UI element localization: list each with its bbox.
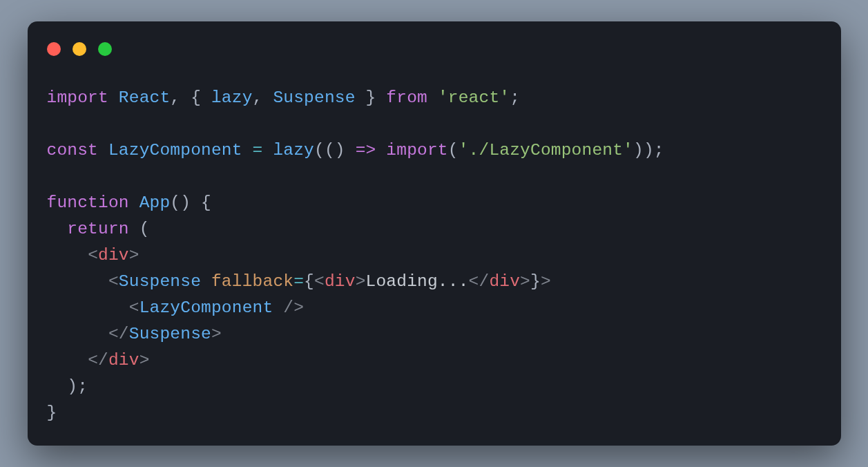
minimize-icon[interactable] bbox=[73, 42, 86, 56]
kw-function: function bbox=[47, 193, 129, 212]
close-icon[interactable] bbox=[47, 42, 61, 56]
tag-div-open: div bbox=[98, 246, 129, 265]
txt-loading: Loading... bbox=[366, 272, 469, 291]
id-react: React bbox=[119, 88, 171, 107]
line-8: <Suspense fallback={<div>Loading...</div… bbox=[47, 272, 551, 291]
line-7: <div> bbox=[47, 246, 139, 265]
line-11: </div> bbox=[47, 351, 150, 370]
id-lazycomponent: LazyComponent bbox=[108, 141, 242, 160]
tag-suspense: Suspense bbox=[119, 272, 201, 291]
code-window: import React, { lazy, Suspense } from 'r… bbox=[28, 21, 841, 446]
line-6: return ( bbox=[47, 220, 150, 238]
fn-app: App bbox=[139, 193, 171, 212]
window-titlebar bbox=[28, 21, 841, 60]
line-9: <LazyComponent /> bbox=[47, 298, 305, 317]
line-12: ); bbox=[47, 377, 88, 396]
code-block: import React, { lazy, Suspense } from 'r… bbox=[28, 60, 841, 426]
str-path: './LazyComponent' bbox=[459, 141, 633, 160]
tag-div-close: div bbox=[108, 351, 139, 370]
line-13: } bbox=[47, 403, 57, 422]
line-5: function App() { bbox=[47, 193, 211, 212]
zoom-icon[interactable] bbox=[98, 42, 112, 56]
id-lazy: lazy bbox=[211, 88, 253, 107]
line-1: import React, { lazy, Suspense } from 'r… bbox=[47, 88, 521, 107]
kw-const: const bbox=[47, 141, 99, 160]
call-lazy: lazy bbox=[273, 141, 314, 160]
line-3: const LazyComponent = lazy(() => import(… bbox=[47, 141, 664, 160]
dyn-import: import bbox=[386, 141, 447, 160]
line-10: </Suspense> bbox=[47, 325, 222, 343]
kw-from: from bbox=[386, 88, 427, 107]
tag-lazycomponent: LazyComponent bbox=[139, 298, 273, 317]
attr-fallback: fallback bbox=[211, 272, 293, 291]
str-react: 'react' bbox=[438, 88, 510, 107]
kw-import: import bbox=[47, 88, 108, 107]
id-suspense: Suspense bbox=[273, 88, 355, 107]
kw-return: return bbox=[67, 220, 128, 238]
